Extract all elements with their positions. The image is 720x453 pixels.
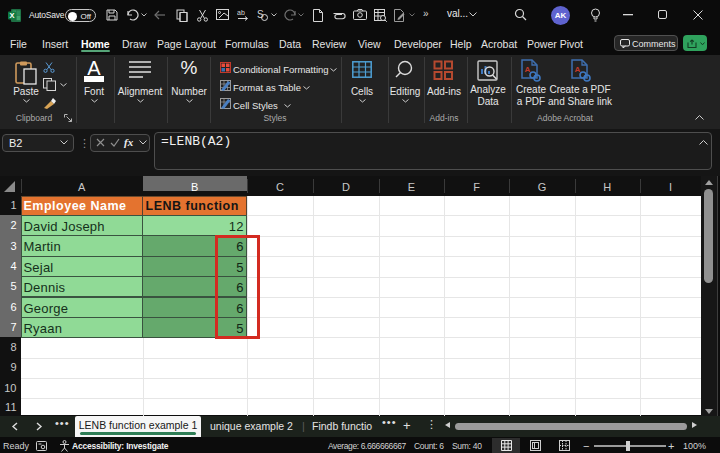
- svg-text:ab: ab: [237, 9, 245, 16]
- svg-text:A: A: [575, 65, 581, 74]
- svg-text:A: A: [525, 65, 531, 74]
- svg-text:X: X: [9, 11, 14, 20]
